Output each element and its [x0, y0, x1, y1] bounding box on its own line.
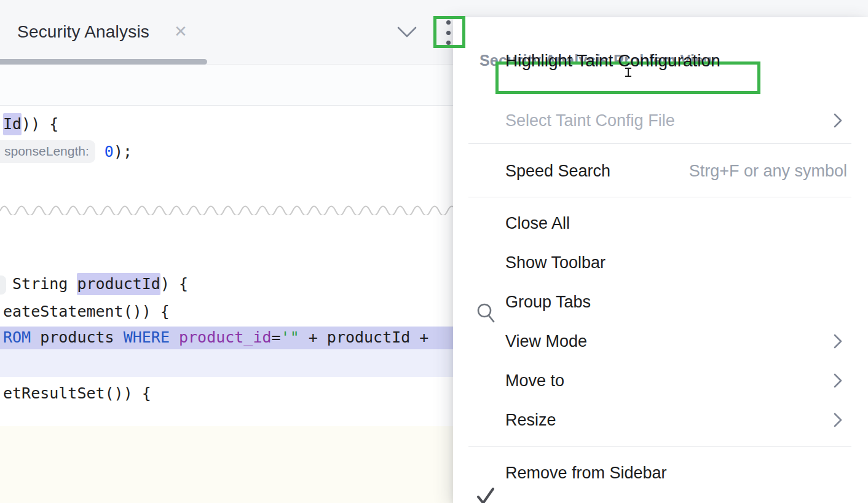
kebab-dot — [446, 31, 451, 35]
tab-security-analysis[interactable]: Security Analysis ✕ — [0, 0, 221, 65]
menu-item-move-to[interactable]: Move to — [453, 368, 868, 393]
chevron-right-icon — [833, 333, 843, 349]
close-icon[interactable]: ✕ — [174, 22, 187, 41]
menu-divider — [468, 446, 851, 447]
inlay-hint: sponseLength: — [0, 140, 95, 163]
shortcut-hint: Strg+F or any symbol — [689, 162, 847, 181]
menu-item-group-tabs[interactable]: Group Tabs — [453, 290, 868, 314]
folded-region-wave — [0, 198, 465, 215]
code-line: Id)) { — [3, 114, 58, 134]
code-line: String productId) { — [3, 274, 188, 294]
menu-item-remove-from-sidebar[interactable]: Remove from Sidebar — [453, 461, 868, 485]
menu-divider — [468, 143, 851, 144]
menu-item-speed-search[interactable]: Speed Search Strg+F or any symbol — [453, 159, 868, 183]
menu-item-highlight-taint-configuration-label[interactable]: Highlight Taint Configuration — [505, 51, 720, 71]
chevron-right-icon — [833, 412, 843, 428]
tab-scrollbar-thumb[interactable] — [0, 59, 207, 65]
code-line-sql-injection: ROM products WHERE product_id='" + produ… — [3, 328, 428, 347]
menu-item-close-all[interactable]: Close All — [453, 211, 868, 236]
ide-window: Id)) { sponseLength: 0); String productI… — [0, 0, 868, 503]
code-line: eateStatement()) { — [3, 302, 170, 322]
checkmark-icon — [476, 487, 495, 503]
text-cursor — [625, 67, 632, 77]
code-line: sponseLength: 0); — [3, 140, 132, 163]
menu-item-highlight-taint-configuration[interactable] — [453, 69, 868, 94]
menu-item-resize[interactable]: Resize — [453, 408, 868, 432]
kebab-dot — [446, 20, 451, 25]
chevron-down-icon[interactable] — [393, 21, 420, 43]
code-line: etResultSet()) { — [3, 384, 151, 403]
kebab-dot — [446, 41, 451, 45]
tool-window-options-menu: Security Analysis Problem View Select Ta… — [453, 17, 868, 503]
menu-divider — [468, 197, 851, 197]
chevron-right-icon — [833, 113, 843, 129]
menu-item-show-toolbar[interactable]: Show Toolbar — [453, 250, 868, 275]
menu-item-select-taint-config-file: Select Taint Config File — [453, 108, 868, 133]
chevron-right-icon — [833, 373, 843, 389]
tainted-line-highlight-continuation — [0, 349, 453, 377]
tab-label: Security Analysis — [17, 22, 149, 42]
menu-item-view-mode[interactable]: View Mode — [453, 329, 868, 354]
